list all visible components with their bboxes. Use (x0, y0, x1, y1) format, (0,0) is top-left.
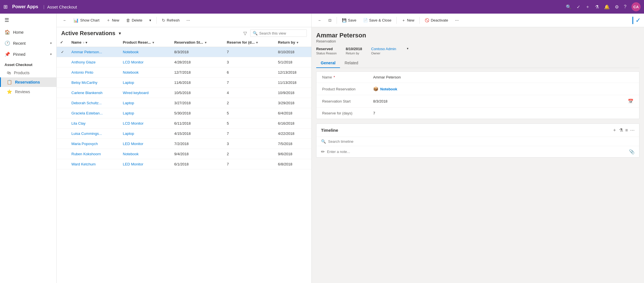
row-check[interactable] (57, 139, 68, 149)
col-reserve-for[interactable]: Reserve for (d... ▾ (224, 38, 275, 47)
row-name[interactable]: Lila Clay (68, 118, 120, 129)
row-name[interactable]: Ward Ketchum (68, 159, 120, 169)
product-link[interactable]: LED Monitor (123, 142, 143, 146)
product-link[interactable]: Laptop (123, 131, 134, 136)
expand-icon[interactable]: ▾ (407, 47, 409, 55)
name-link[interactable]: Ammar Peterson... (71, 50, 102, 54)
detail-more-button[interactable]: ⋯ (452, 16, 462, 24)
row-check[interactable] (57, 129, 68, 139)
delete-button[interactable]: 🗑 Delete (123, 16, 145, 24)
table-row[interactable]: Maria Popovych LED Monitor 7/2/2018 3 7/… (57, 139, 311, 149)
add-icon[interactable]: ＋ (585, 4, 590, 10)
sidebar-item-products[interactable]: 🛍 Products (0, 68, 56, 77)
row-name[interactable]: Luisa Cummings... (68, 129, 120, 139)
row-product[interactable]: Notebook (120, 149, 171, 159)
row-name[interactable]: Betsy McCarthy (68, 78, 120, 88)
name-link[interactable]: Luisa Cummings... (71, 131, 102, 136)
col-name[interactable]: Name ↑ ▾ (68, 38, 120, 47)
detail-view-button[interactable]: ⊡ (326, 16, 334, 24)
product-link[interactable]: LCD Monitor (123, 121, 144, 125)
row-name[interactable]: Ammar Peterson... (68, 47, 120, 57)
table-row[interactable]: ✓ Ammar Peterson... Notebook 8/3/2018 7 … (57, 47, 311, 57)
tab-general[interactable]: General (316, 58, 340, 68)
table-row[interactable]: Carlene Blankensh Wired keyboard 10/5/20… (57, 88, 311, 98)
row-check[interactable] (57, 78, 68, 88)
dropdown-arrow[interactable]: ▾ (146, 16, 154, 24)
name-link[interactable]: Ruben Kokshoorn (71, 152, 101, 156)
name-link[interactable]: Deborah Schultz... (71, 101, 102, 105)
refresh-button[interactable]: ↻ Refresh (159, 16, 183, 25)
save-close-button[interactable]: 📄 Save & Close (360, 16, 394, 24)
product-link[interactable]: Laptop (123, 111, 134, 115)
table-row[interactable]: Deborah Schultz... Laptop 3/27/2018 2 3/… (57, 98, 311, 108)
table-row[interactable]: Antonio Pinto Notebook 12/7/2018 6 12/13… (57, 67, 311, 78)
product-link[interactable]: Laptop (123, 101, 134, 105)
row-name[interactable]: Anthony Glaze (68, 57, 120, 67)
name-link[interactable]: Betsy McCarthy (71, 80, 97, 85)
reserve-for-value[interactable]: 7 (373, 111, 634, 115)
product-link[interactable]: Laptop (123, 80, 134, 85)
table-row[interactable]: Luisa Cummings... Laptop 4/15/2018 7 4/2… (57, 129, 311, 139)
timeline-filter-icon[interactable]: ⚗ (619, 127, 623, 133)
sidebar-item-reviews[interactable]: ⭐ Reviews (0, 87, 56, 97)
settings-icon[interactable]: ⚙ (615, 4, 619, 10)
name-value[interactable]: Ammar Peterson (373, 75, 634, 79)
timeline-list-icon[interactable]: ≡ (625, 128, 628, 133)
row-product[interactable]: LCD Monitor (120, 57, 171, 67)
sidebar-item-recent[interactable]: 🕐 Recent ▾ (0, 38, 56, 49)
row-product[interactable]: LED Monitor (120, 159, 171, 169)
col-start[interactable]: Reservation St... ▾ (171, 38, 223, 47)
product-link[interactable]: LCD Monitor (123, 60, 144, 64)
avatar[interactable]: CA (632, 2, 641, 11)
calendar-icon[interactable]: 📅 (628, 99, 634, 104)
save-button[interactable]: 💾 Save (339, 16, 359, 24)
more-button[interactable]: ⋯ (184, 16, 193, 24)
sidebar-item-reservations[interactable]: 📋 Reservations (0, 77, 56, 87)
table-row[interactable]: Ward Ketchum LED Monitor 6/1/2018 7 6/8/… (57, 159, 311, 169)
row-check[interactable] (57, 108, 68, 118)
product-link[interactable]: Wired keyboard (123, 91, 149, 95)
detail-back-button[interactable]: ← (315, 16, 324, 24)
row-product[interactable]: Laptop (120, 108, 171, 118)
name-link[interactable]: Carlene Blankensh (71, 91, 103, 95)
col-product[interactable]: Product Reser... ▾ (120, 38, 171, 47)
name-link[interactable]: Lila Clay (71, 121, 86, 125)
owner-value[interactable]: Contoso Admin (371, 47, 396, 51)
col-return-by[interactable]: Return by ▾ (275, 38, 311, 47)
product-link[interactable]: Notebook (123, 50, 139, 54)
row-name[interactable]: Antonio Pinto (68, 67, 120, 78)
row-check[interactable] (57, 149, 68, 159)
checkmark-all[interactable]: ✓ (60, 40, 63, 44)
row-name[interactable]: Ruben Kokshoorn (68, 149, 120, 159)
row-name[interactable]: Deborah Schultz... (68, 98, 120, 108)
deactivate-button[interactable]: 🚫 Deactivate (422, 16, 451, 24)
list-filter-icon[interactable]: ▽ (243, 31, 247, 36)
product-link[interactable]: Notebook (123, 152, 139, 156)
show-chart-button[interactable]: 📊 Show Chart (71, 16, 102, 25)
product-link[interactable]: 📦 Notebook (373, 86, 397, 92)
name-link[interactable]: Antonio Pinto (71, 70, 93, 75)
row-check[interactable] (57, 118, 68, 129)
checkmark-icon[interactable]: ✓ (577, 4, 580, 10)
help-icon[interactable]: ? (624, 4, 626, 9)
row-check[interactable] (57, 67, 68, 78)
row-product[interactable]: Wired keyboard (120, 88, 171, 98)
row-check[interactable] (57, 88, 68, 98)
search-input[interactable] (259, 31, 302, 35)
timeline-add-icon[interactable]: ＋ (612, 127, 617, 133)
row-product[interactable]: Notebook (120, 67, 171, 78)
row-product[interactable]: Laptop (120, 98, 171, 108)
sidebar-item-home[interactable]: 🏠 Home (0, 27, 56, 38)
tab-related[interactable]: Related (340, 58, 363, 68)
name-link[interactable]: Graciela Esteban... (71, 111, 103, 115)
list-title-arrow[interactable]: ▾ (119, 31, 121, 36)
sidebar-toggle[interactable]: ☰ (0, 14, 56, 27)
back-button[interactable]: ← (60, 16, 69, 24)
row-check[interactable] (57, 159, 68, 169)
row-check[interactable] (57, 98, 68, 108)
row-product[interactable]: Notebook (120, 47, 171, 57)
table-row[interactable]: Graciela Esteban... Laptop 5/30/2018 5 6… (57, 108, 311, 118)
filter-icon[interactable]: ⚗ (595, 4, 599, 10)
search-icon[interactable]: 🔍 (566, 4, 571, 10)
attach-icon[interactable]: 📎 (629, 149, 635, 154)
